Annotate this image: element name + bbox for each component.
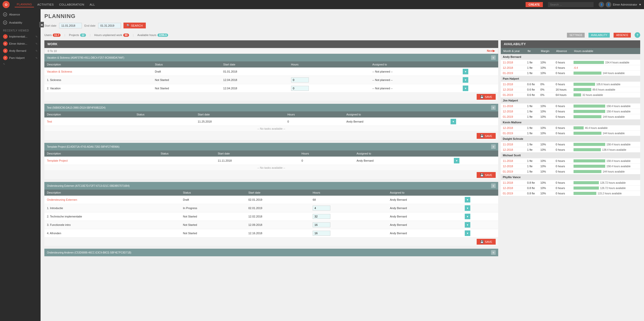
project-expand-0[interactable]: + bbox=[491, 55, 496, 60]
project-section-1: Test (56B83C90-DA13-3980-D519-5BF4F69B22… bbox=[44, 104, 498, 140]
project-expand-2[interactable]: + bbox=[491, 144, 496, 149]
avail-hours-0-1: -6.4 bbox=[571, 65, 640, 71]
hours-input-0-1[interactable] bbox=[291, 77, 309, 82]
help-button[interactable]: ? bbox=[635, 32, 640, 38]
task-assigned-3-4: Andy Bernard bbox=[387, 229, 462, 238]
end-date-input[interactable] bbox=[98, 23, 121, 28]
save-button-2[interactable]: 💾 SAVE bbox=[477, 172, 496, 178]
task-link-0-0[interactable]: Vacation & Sickness bbox=[47, 70, 72, 73]
project-header-4[interactable]: Ondersteuning Anderen (C53D6888-46CC-E3C… bbox=[44, 249, 498, 256]
avatar-elmer: E bbox=[3, 41, 8, 46]
create-button[interactable]: CREATE bbox=[526, 2, 543, 7]
dd-button-3-0[interactable]: ▼ bbox=[465, 197, 470, 202]
avail-month-link-1-2[interactable]: 01-2019 bbox=[503, 93, 513, 96]
avail-row: 12-20181 fte10%0 hours46.4 hours availab… bbox=[501, 125, 640, 131]
task-link-2-0[interactable]: Template Project bbox=[47, 159, 68, 162]
project-expand-1[interactable]: + bbox=[491, 105, 496, 110]
recent-user-2-name: Andy Bernard bbox=[9, 49, 26, 52]
hours-input-0-2[interactable] bbox=[291, 86, 309, 91]
task-link-3-0[interactable]: Ondersteuning Externen bbox=[47, 198, 77, 201]
avail-row: 01-20191 fte10%0 hours144 hours availabl… bbox=[501, 169, 640, 174]
avail-month-link-3-0[interactable]: 12-2018 bbox=[503, 126, 513, 129]
available-hours-label: Available hours bbox=[137, 33, 156, 37]
avail-hours-6-0: 126.72 hours available bbox=[571, 180, 640, 185]
avail-month-link-0-0[interactable]: 11-2018 bbox=[503, 61, 513, 64]
avail-absence-2-1: 0 hours bbox=[554, 109, 572, 114]
avail-fte-6-0: 0.8 fte bbox=[525, 180, 538, 185]
avail-month-link-2-0[interactable]: 11-2018 bbox=[503, 105, 513, 108]
next-button[interactable]: Next▶ bbox=[487, 49, 495, 53]
avail-margin-4-1: 10% bbox=[538, 147, 553, 153]
avail-month-link-2-2[interactable]: 01-2019 bbox=[503, 115, 513, 118]
save-button-0[interactable]: 💾 SAVE bbox=[477, 94, 496, 100]
project-header-1[interactable]: Test (56B83C90-DA13-3980-D519-5BF4F69B22… bbox=[44, 104, 498, 111]
avail-month-link-1-1[interactable]: 12-2018 bbox=[503, 88, 513, 91]
dd-button-3-4[interactable]: ▼ bbox=[465, 230, 470, 236]
sidebar-item-absence[interactable]: ● Absence bbox=[0, 10, 41, 19]
sidebar-recent-0[interactable]: I Implementati... ✎ bbox=[0, 33, 41, 40]
avail-month-link-0-2[interactable]: 01-2019 bbox=[503, 72, 513, 75]
dd-button-0-1[interactable]: ▼ bbox=[463, 77, 468, 83]
nav-planning[interactable]: PLANNING bbox=[15, 2, 34, 7]
save-button-1[interactable]: 💾 SAVE bbox=[477, 133, 496, 139]
avail-month-link-2-1[interactable]: 12-2018 bbox=[503, 110, 513, 113]
avail-month-link-4-0[interactable]: 11-2018 bbox=[503, 143, 513, 146]
project-header-0[interactable]: Vacation & Sickness (A0AF3780-4911-DBC4-… bbox=[44, 54, 498, 61]
hours-input-3-4[interactable] bbox=[313, 231, 330, 236]
nav-all[interactable]: ALL bbox=[87, 2, 97, 7]
avail-month-link-5-1[interactable]: 12-2018 bbox=[503, 165, 513, 168]
project-expand-4[interactable]: + bbox=[491, 250, 496, 255]
avail-row: 12-20181 fte10%0 hours158.4 hours availa… bbox=[501, 164, 640, 169]
avail-month-link-4-1[interactable]: 12-2018 bbox=[503, 148, 513, 151]
nav-links: PLANNING ACTIVITIES COLLABORATION ALL bbox=[15, 2, 97, 7]
table-row: 2. Vacation Not Started 12.04.2018 -- No… bbox=[44, 84, 498, 93]
absence-button[interactable]: ABSENCE bbox=[614, 33, 631, 38]
avail-month-link-6-1[interactable]: 12-2018 bbox=[503, 187, 513, 190]
task-status-1-0 bbox=[134, 117, 195, 126]
project-header-2[interactable]: Template Project (E14D071A-4743-ADA6-728… bbox=[44, 143, 498, 150]
dd-button-0-2[interactable]: ▼ bbox=[463, 86, 468, 91]
avail-month-link-0-1[interactable]: 12-2018 bbox=[503, 66, 513, 69]
dd-button-0-0[interactable]: ▼ bbox=[463, 69, 468, 74]
col-status-2: Status bbox=[158, 150, 215, 157]
avail-hours-4-1: 138.4 hours available bbox=[571, 147, 640, 153]
save-button-3[interactable]: 💾 SAVE bbox=[477, 239, 496, 245]
sidebar-recent-2[interactable]: A Andy Bernard ✎ bbox=[0, 47, 41, 54]
sidebar-recent-3[interactable]: P Pam Halpert ✎ bbox=[0, 54, 41, 61]
dd-button-3-1[interactable]: ▼ bbox=[465, 205, 470, 211]
hours-input-3-2[interactable] bbox=[313, 214, 330, 219]
project-header-3[interactable]: Ondersteuning Externen (A7C10E7D-F2F7-67… bbox=[44, 182, 498, 190]
avail-month-link-6-2[interactable]: 01-2019 bbox=[503, 192, 513, 195]
projects-label: Projects bbox=[69, 33, 79, 37]
dd-button-3-3[interactable]: ▼ bbox=[465, 222, 470, 228]
avail-month-link-5-0[interactable]: 11-2018 bbox=[503, 159, 513, 162]
avail-month-link-6-0[interactable]: 11-2018 bbox=[503, 181, 513, 184]
table-row: -- No tasks available -- bbox=[44, 165, 498, 171]
search-button[interactable]: 🔍 SEARCH bbox=[123, 23, 146, 28]
task-link-1-0[interactable]: Test bbox=[47, 120, 52, 123]
sidebar-collapse-button[interactable]: ◀ bbox=[39, 22, 44, 27]
nav-activities[interactable]: ACTIVITIES bbox=[35, 2, 56, 7]
availability-button[interactable]: AVAILABILITY bbox=[588, 33, 610, 38]
dd-button-3-2[interactable]: ▼ bbox=[465, 214, 470, 219]
avail-month-link-1-0[interactable]: 11-2018 bbox=[503, 83, 513, 86]
settings-button[interactable]: SETTINGS bbox=[567, 33, 585, 38]
content-area: PLANNING Start date End date 🔍 SEARCH Us… bbox=[41, 9, 644, 321]
search-input[interactable] bbox=[548, 2, 594, 7]
avail-month-link-3-1[interactable]: 01-2019 bbox=[503, 132, 513, 135]
avail-fte-5-0: 1 fte bbox=[525, 158, 538, 164]
sidebar-item-availability[interactable]: ● Availability bbox=[0, 19, 41, 27]
sidebar-recent-1[interactable]: E Elmer Admin... ✎ bbox=[0, 40, 41, 47]
chevron-down-icon: ▼ bbox=[639, 3, 641, 6]
task-table-3: Description Status Start date Hours Assi… bbox=[44, 190, 498, 246]
start-date-input[interactable] bbox=[59, 23, 82, 28]
dd-button-2-0[interactable]: ▼ bbox=[454, 158, 459, 163]
dd-button-1-0[interactable]: ▼ bbox=[451, 119, 456, 124]
avail-month-link-5-2[interactable]: 01-2019 bbox=[503, 170, 513, 173]
hours-input-3-1[interactable] bbox=[313, 206, 330, 211]
hours-input-3-3[interactable] bbox=[313, 222, 330, 227]
project-expand-3[interactable]: + bbox=[491, 183, 496, 188]
avail-row: 11-20181 fte10%0 hours154.4 hours availa… bbox=[501, 60, 640, 65]
task-hours-2-0: 0 bbox=[299, 157, 354, 165]
nav-collaboration[interactable]: COLLABORATION bbox=[57, 2, 86, 7]
